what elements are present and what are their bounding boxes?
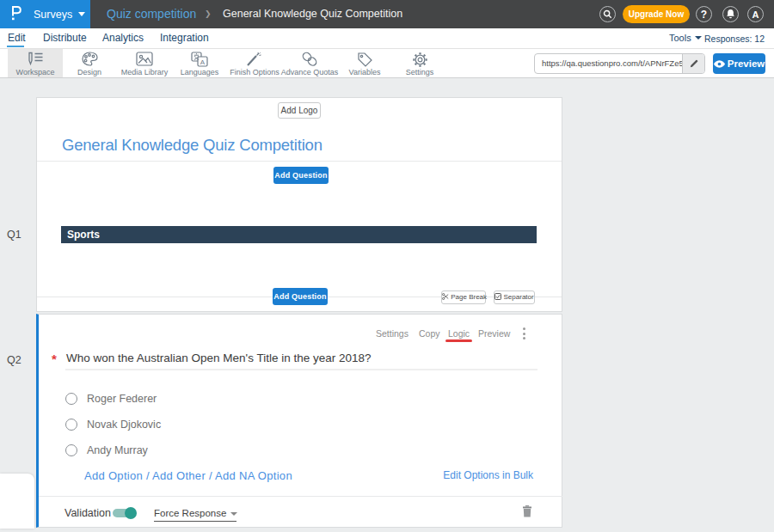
svg-text:A: A	[200, 58, 206, 66]
